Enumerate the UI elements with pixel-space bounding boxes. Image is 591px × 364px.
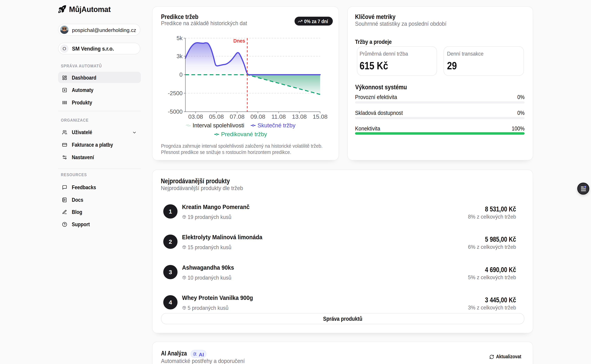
svg-text:11.08: 11.08 bbox=[272, 113, 286, 120]
svg-text:-2500: -2500 bbox=[168, 90, 183, 97]
svg-text:5k: 5k bbox=[177, 35, 183, 41]
svg-text:09.08: 09.08 bbox=[251, 113, 265, 120]
svg-text:Dnes: Dnes bbox=[233, 38, 245, 44]
svg-text:03.08: 03.08 bbox=[188, 113, 203, 120]
svg-text:13.08: 13.08 bbox=[292, 113, 307, 120]
svg-text:-5000: -5000 bbox=[168, 108, 183, 115]
svg-text:07.08: 07.08 bbox=[230, 113, 245, 120]
svg-text:0: 0 bbox=[179, 72, 183, 78]
svg-text:3k: 3k bbox=[177, 53, 183, 59]
svg-text:05.08: 05.08 bbox=[209, 113, 224, 120]
svg-text:15.08: 15.08 bbox=[313, 113, 327, 120]
